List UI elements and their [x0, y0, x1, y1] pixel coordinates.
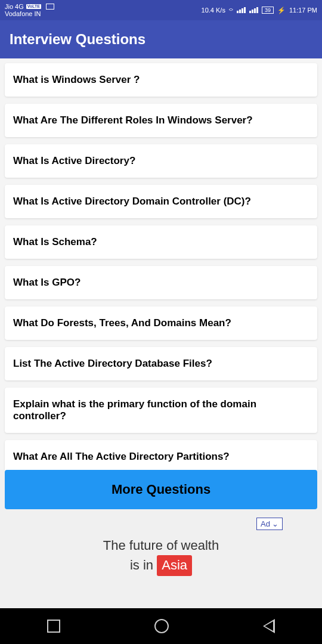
question-text: What Is GPO?	[13, 277, 80, 288]
status-right: 10.4 K/s ⌔ 39 ⚡ 11:17 PM	[202, 7, 317, 14]
recent-apps-button[interactable]	[47, 620, 60, 633]
ad-banner[interactable]: Ad ⌄ The future of wealth is in Asia	[36, 514, 286, 592]
clock: 11:17 PM	[289, 7, 317, 14]
signal-icon-2	[249, 7, 258, 13]
more-button-label: More Questions	[112, 482, 210, 497]
question-card[interactable]: What Are All The Active Directory Partit…	[5, 440, 317, 470]
question-list[interactable]: What is Windows Server ? What Are The Di…	[0, 58, 322, 470]
question-text: What Is Active Directory Domain Controll…	[13, 196, 251, 207]
ad-badge-label: Ad	[261, 519, 270, 528]
question-card[interactable]: What Is Active Directory Domain Controll…	[5, 185, 317, 218]
page-title: Interview Questions	[10, 31, 145, 47]
question-text: What Is Active Directory?	[13, 155, 135, 166]
question-card[interactable]: What is Windows Server ?	[5, 63, 317, 97]
question-text: What Do Forests, Trees, And Domains Mean…	[13, 317, 231, 329]
back-button[interactable]	[263, 619, 275, 633]
volte-badge: VoLTE	[26, 4, 41, 9]
home-button[interactable]	[154, 619, 169, 633]
charging-icon: ⚡	[277, 7, 286, 14]
question-text: What Is Schema?	[13, 236, 97, 247]
question-card[interactable]: What Is Active Directory?	[5, 144, 317, 178]
more-questions-button[interactable]: More Questions	[5, 470, 317, 509]
app-bar: Interview Questions	[0, 20, 322, 58]
carrier-2: Vodafone IN	[5, 10, 54, 17]
ad-line-2: is in Asia	[36, 555, 286, 576]
ad-highlight: Asia	[157, 555, 192, 576]
network-speed: 10.4 K/s	[202, 7, 225, 14]
navigation-bar	[0, 608, 322, 644]
question-card[interactable]: List The Active Directory Database Files…	[5, 347, 317, 380]
question-card[interactable]: What Is GPO?	[5, 266, 317, 299]
question-card[interactable]: What Is Schema?	[5, 225, 317, 259]
question-text: What Are The Different Roles In Windows …	[13, 114, 253, 126]
question-text: What is Windows Server ?	[13, 74, 140, 85]
chevron-down-icon: ⌄	[272, 519, 278, 528]
question-card[interactable]: Explain what is the primary function of …	[5, 388, 317, 433]
ad-line-1: The future of wealth	[36, 537, 286, 555]
mail-icon	[46, 4, 54, 10]
ad-badge[interactable]: Ad ⌄	[256, 518, 283, 530]
question-text: What Are All The Active Directory Partit…	[13, 451, 230, 462]
ad-text: The future of wealth is in Asia	[36, 537, 286, 576]
question-card[interactable]: What Do Forests, Trees, And Domains Mean…	[5, 306, 317, 340]
question-text: Explain what is the primary function of …	[13, 398, 256, 422]
status-bar: Jio 4G VoLTE Vodafone IN 10.4 K/s ⌔ 39 ⚡…	[0, 0, 322, 20]
question-text: List The Active Directory Database Files…	[13, 358, 212, 369]
signal-icon-1	[237, 7, 246, 13]
status-left: Jio 4G VoLTE Vodafone IN	[5, 3, 54, 17]
carrier-1: Jio 4G	[5, 3, 24, 10]
question-card[interactable]: What Are The Different Roles In Windows …	[5, 104, 317, 137]
wifi-icon: ⌔	[229, 7, 233, 14]
battery-indicator: 39	[262, 7, 274, 14]
